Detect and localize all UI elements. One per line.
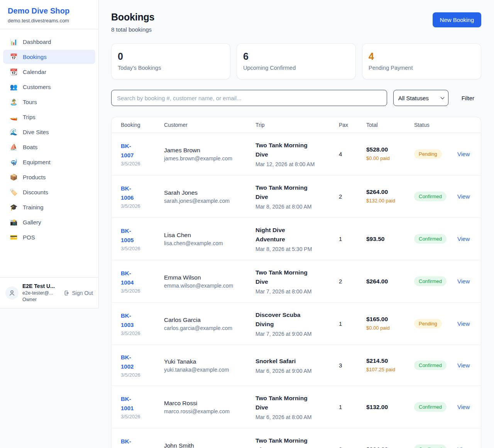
table-row: BK-1004 3/5/2026 Emma Wilson emma.wilson… [112,260,481,302]
filter-button[interactable]: Filter [455,92,481,104]
booking-id-link[interactable]: BK-1000 [121,437,142,448]
view-link[interactable]: View [457,193,470,200]
customer-name: Emma Wilson [164,274,255,281]
total-cell: $165.00 $0.00 paid [366,316,414,332]
search-input[interactable] [111,90,387,106]
sidebar-item-label: Tours [23,99,37,105]
sign-out-icon [64,290,70,296]
page-title: Bookings [111,12,154,23]
booking-id-link[interactable]: BK-1007 [121,141,142,160]
status-cell: Confirmed [414,234,457,244]
actions-cell: View [457,236,472,243]
column-header-booking: Booking [121,122,164,128]
column-header-pax: Pax [339,122,366,128]
status-cell: Pending [414,149,457,159]
view-link[interactable]: View [457,278,470,285]
sidebar-item-label: POS [23,234,35,241]
stat-label: Today's Bookings [118,65,224,71]
stat-card-today-s-bookings: 0Today's Bookings [111,43,230,79]
sidebar-item-equipment[interactable]: 🤿Equipment [3,155,95,169]
sidebar-item-gallery[interactable]: 📸Gallery [3,215,95,229]
sidebar-item-calendar[interactable]: 📆Calendar [3,65,95,79]
sidebar-item-label: Products [23,174,46,180]
booking-cell: BK-1001 3/5/2026 [121,394,164,419]
status-filter-select[interactable]: All Statuses [393,90,448,106]
sidebar-item-dashboard[interactable]: 📊Dashboard [3,35,95,49]
customer-cell: Lisa Chen lisa.chen@example.com [164,232,255,246]
trip-name: Two Tank Morning Dive [255,183,313,202]
table-row: BK-1002 3/5/2026 Yuki Tanaka yuki.tanaka… [112,345,481,386]
sidebar-item-label: Equipment [23,159,51,165]
status-badge: Confirmed [414,192,447,201]
trip-datetime: Mar 6, 2026 at 9:00 AM [255,368,339,374]
trip-cell: Snorkel Safari Mar 6, 2026 at 9:00 AM [255,357,339,374]
booking-cell: BK-1007 3/5/2026 [121,141,164,167]
view-link[interactable]: View [457,236,470,242]
shop-name: Demo Dive Shop [8,7,91,15]
booking-id-link[interactable]: BK-1003 [121,311,142,330]
total-cell: $264.00 [366,446,414,448]
trip-cell: Two Tank Morning Dive Mar 6, 2026 at 8:0… [255,394,339,420]
booking-date: 3/5/2026 [121,330,164,336]
booking-id-link[interactable]: BK-1002 [121,353,142,371]
sidebar-item-trips[interactable]: 🚤Trips [3,110,95,124]
view-link[interactable]: View [457,404,470,410]
view-link[interactable]: View [457,320,470,327]
total-amount: $264.00 [366,446,414,448]
customer-name: Lisa Chen [164,232,255,239]
view-link[interactable]: View [457,446,470,448]
new-booking-button[interactable]: New Booking [433,12,481,27]
total-amount: $264.00 [366,278,414,285]
sidebar-item-pos[interactable]: 💳POS [3,230,95,244]
customer-cell: Sarah Jones sarah.jones@example.com [164,189,255,204]
booking-id-link[interactable]: BK-1001 [121,394,142,413]
booking-id-link[interactable]: BK-1006 [121,184,142,202]
customer-cell: Emma Wilson emma.wilson@example.com [164,274,255,289]
booking-date: 3/5/2026 [121,288,164,294]
products-icon: 📦 [10,174,18,180]
sidebar-item-dive-sites[interactable]: 🌊Dive Sites [3,125,95,139]
total-cell: $264.00 $132.00 paid [366,189,414,205]
trip-cell: Two Tank Morning Dive Mar 6, 2026 at 8:0… [255,436,339,448]
sidebar-item-discounts[interactable]: 🏷️Discounts [3,185,95,199]
shop-domain: demo.test.divestreams.com [8,18,91,24]
booking-cell: BK-1000 3/5/2026 [121,437,164,448]
trip-name: Two Tank Morning Dive [255,141,313,159]
status-badge: Pending [414,149,442,159]
pax-value: 2 [339,278,366,285]
user-name: E2E Test U... [22,283,60,290]
user-icon [8,290,15,296]
sidebar-item-training[interactable]: 🎓Training [3,200,95,214]
trip-name: Snorkel Safari [255,357,313,366]
booking-id-link[interactable]: BK-1005 [121,226,142,245]
view-link[interactable]: View [457,151,470,157]
total-amount: $264.00 [366,189,414,195]
sidebar-item-products[interactable]: 📦Products [3,170,95,184]
sidebar-item-bookings[interactable]: 📅Bookings [3,50,95,64]
sidebar-item-tours[interactable]: 🏝️Tours [3,95,95,109]
total-amount: $93.50 [366,236,414,243]
customer-name: Yuki Tanaka [164,358,255,365]
booking-id-link[interactable]: BK-1004 [121,269,142,287]
sidebar-item-customers[interactable]: 👥Customers [3,80,95,94]
view-link[interactable]: View [457,362,470,369]
pax-value: 1 [339,404,366,410]
sign-out-button[interactable]: Sign Out [64,290,93,296]
booking-date: 3/5/2026 [121,203,164,209]
status-filter: All Statuses [393,90,448,106]
customer-cell: Yuki Tanaka yuki.tanaka@example.com [164,358,255,373]
table-row: BK-1005 3/5/2026 Lisa Chen lisa.chen@exa… [112,217,481,260]
sidebar-item-label: Dive Sites [23,129,49,135]
trip-name: Two Tank Morning Dive [255,394,313,412]
paid-amount: $0.00 paid [366,155,402,162]
sidebar-item-boats[interactable]: ⛵Boats [3,140,95,154]
sidebar-item-label: Bookings [23,54,47,60]
status-badge: Confirmed [414,402,447,412]
table-row: BK-1001 3/5/2026 Marco Rossi marco.rossi… [112,386,481,428]
trip-datetime: Mar 8, 2026 at 8:00 AM [255,204,339,210]
trip-name: Two Tank Morning Dive [255,436,313,448]
status-badge: Confirmed [414,234,447,244]
total-cell: $264.00 [366,278,414,285]
paid-amount: $132.00 paid [366,197,402,205]
stat-label: Pending Payment [369,65,475,71]
